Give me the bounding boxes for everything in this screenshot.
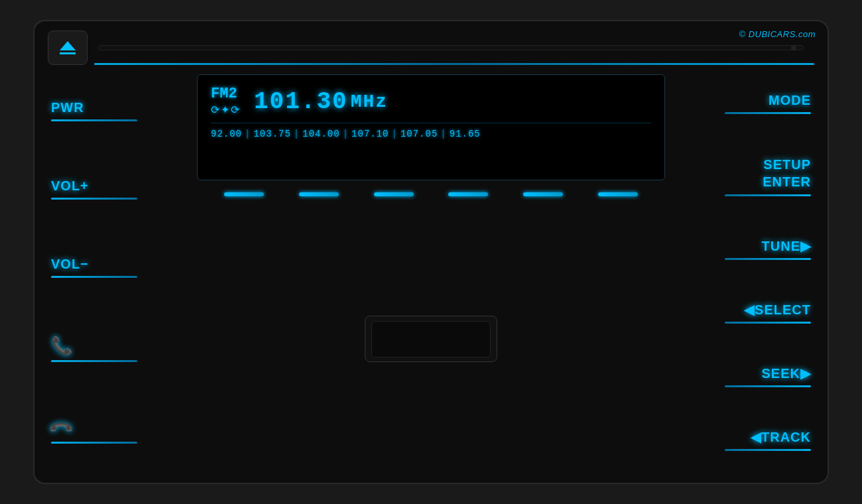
watermark-prefix: © [739, 29, 745, 39]
pwr-blue-line [51, 119, 137, 121]
tune-label: TUNE▶ [762, 238, 811, 254]
preset-dot-6[interactable] [598, 192, 638, 196]
preset-dot-3[interactable] [374, 192, 414, 196]
tune-blue-line [725, 258, 811, 260]
signal-icon: ⟳✦⟳ [211, 103, 241, 116]
display-top-row: FM2 ⟳✦⟳ 101.30 MHz [211, 86, 651, 116]
eject-bar-icon [60, 52, 76, 54]
center-bottom [197, 208, 665, 470]
eject-button[interactable] [48, 31, 88, 65]
track-button[interactable]: ◀TRACK [725, 426, 811, 454]
preset-dot-4[interactable] [448, 192, 488, 196]
frequency-area: 101.30 MHz [254, 88, 388, 115]
setup-label: SETUP [763, 157, 811, 172]
head-unit: © DUBICARS.com PWR VOL+ VOL− [33, 20, 829, 484]
track-blue-line [725, 449, 811, 451]
preset-dot-2[interactable] [299, 192, 339, 196]
top-blue-line [94, 63, 814, 65]
vol-down-blue-line [51, 276, 137, 278]
preset-dot-1[interactable] [224, 192, 264, 196]
mode-label: MODE [769, 93, 811, 108]
power-label: PWR [51, 100, 84, 115]
preset-2[interactable]: 103.75 [253, 129, 290, 139]
frequency-unit: MHz [351, 92, 388, 112]
enter-label: ENTER [763, 174, 811, 189]
mode-button[interactable]: MODE [725, 90, 811, 117]
center-button[interactable] [365, 316, 497, 362]
seek-button[interactable]: SEEK▶ [725, 363, 811, 390]
power-button[interactable]: PWR [51, 97, 177, 124]
frequency-value: 101.30 [254, 88, 348, 115]
preset-frequencies: 92.00 | 103.75 | 104.00 | 107.10 | 107.0… [211, 129, 651, 139]
setup-blue-line [725, 194, 811, 196]
vol-up-blue-line [51, 198, 137, 200]
seek-label: SEEK▶ [762, 365, 811, 381]
seek-blue-line [725, 385, 811, 387]
preset-3[interactable]: 104.00 [302, 129, 339, 139]
preset-1[interactable]: 92.00 [211, 129, 242, 139]
preset-indicators [197, 187, 665, 202]
mode-blue-line [725, 112, 811, 114]
right-panel: MODE SETUP ENTER TUNE▶ ◀SELECT SEEK▶ [675, 68, 821, 476]
call-button[interactable]: 📞 [51, 333, 177, 365]
track-label: ◀TRACK [751, 429, 811, 445]
preset-6[interactable]: 91.65 [450, 129, 481, 139]
mode-info: FM2 ⟳✦⟳ [211, 86, 241, 116]
main-content: PWR VOL+ VOL− 📞 📞 [41, 68, 821, 476]
vol-down-label: VOL− [51, 257, 89, 272]
preset-5[interactable]: 107.05 [400, 129, 438, 139]
watermark: © DUBICARS.com [739, 29, 816, 39]
select-label: ◀SELECT [744, 302, 811, 318]
cd-slot [98, 45, 804, 50]
preset-4[interactable]: 107.10 [351, 129, 389, 139]
center-btn-inner [371, 321, 491, 357]
call-blue-line [51, 360, 137, 362]
eject-icon [60, 41, 76, 54]
end-call-button[interactable]: 📞 [51, 416, 177, 446]
setup-enter-label: SETUP ENTER [763, 156, 811, 190]
select-button[interactable]: ◀SELECT [725, 299, 811, 326]
call-icon: 📞 [51, 336, 72, 356]
preset-bar: 92.00 | 103.75 | 104.00 | 107.10 | 107.0… [211, 123, 651, 139]
vol-up-label: VOL+ [51, 178, 89, 194]
preset-dot-5[interactable] [523, 192, 563, 196]
vol-up-button[interactable]: VOL+ [51, 176, 177, 202]
end-call-blue-line [51, 442, 137, 444]
tune-button[interactable]: TUNE▶ [725, 235, 811, 263]
mode-badge: FM2 [211, 86, 241, 102]
center-display: FM2 ⟳✦⟳ 101.30 MHz 92.00 | 103.75 | 104. [187, 68, 675, 476]
left-panel: PWR VOL+ VOL− 📞 📞 [41, 68, 187, 476]
top-bar [41, 28, 821, 68]
setup-enter-button[interactable]: SETUP ENTER [725, 153, 811, 199]
end-call-icon: 📞 [47, 414, 74, 442]
watermark-brand: DUBICARS.com [746, 29, 816, 39]
select-blue-line [725, 322, 811, 324]
eject-triangle-icon [60, 41, 76, 50]
vol-down-button[interactable]: VOL− [51, 254, 177, 281]
display-screen: FM2 ⟳✦⟳ 101.30 MHz 92.00 | 103.75 | 104. [197, 74, 665, 180]
